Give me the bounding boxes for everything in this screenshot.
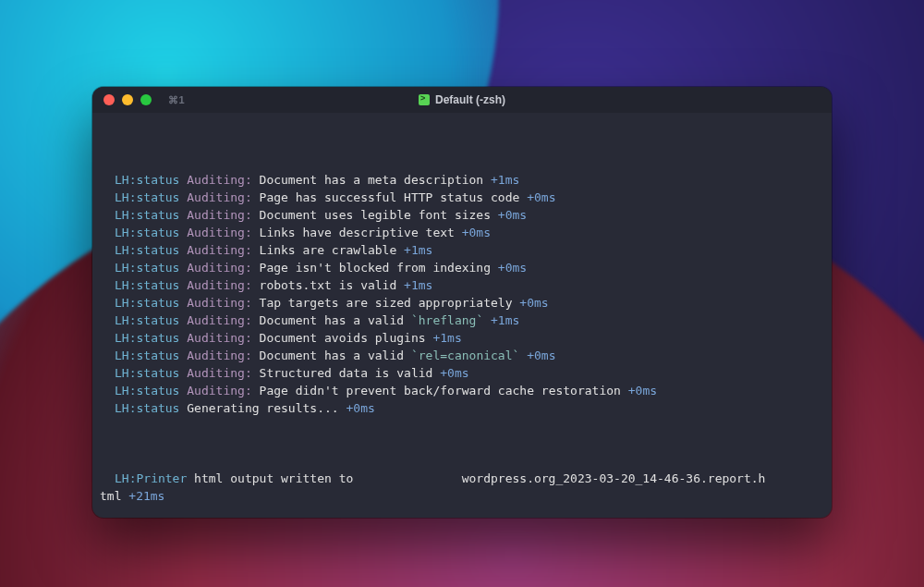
- log-message: Links are crawlable: [260, 243, 397, 257]
- audit-label: Auditing:: [187, 243, 251, 257]
- status-line: LH:status Auditing: Page has successful …: [100, 189, 824, 206]
- log-prefix: LH:status: [115, 190, 179, 204]
- status-line: LH:status Auditing: Document avoids plug…: [100, 329, 824, 347]
- printer-line-wrap: tml +21ms: [100, 487, 824, 505]
- audit-label: Auditing:: [187, 296, 251, 310]
- log-message: Generating results...: [187, 401, 338, 415]
- log-time: +0ms: [498, 208, 527, 222]
- terminal-output[interactable]: LH:status Auditing: Document has a meta …: [92, 113, 832, 518]
- log-prefix: LH:status: [115, 313, 179, 327]
- output-path-tail: tml: [100, 489, 121, 503]
- log-time: +1ms: [404, 278, 432, 292]
- audit-label: Auditing:: [187, 366, 251, 380]
- log-message: Page isn't blocked from indexing: [260, 261, 491, 275]
- status-line: LH:status Generating results... +0ms: [100, 399, 824, 417]
- status-line: LH:status Auditing: Links are crawlable …: [100, 241, 824, 259]
- window-title: Default (-zsh): [435, 93, 505, 106]
- log-time: +0ms: [498, 261, 527, 275]
- status-line: LH:status Auditing: Page didn't prevent …: [100, 382, 824, 399]
- output-path: wordpress.org_2023-03-20_14-46-36.report…: [462, 471, 766, 485]
- printer-line: LH:Printer html output written to wordpr…: [100, 470, 824, 487]
- log-prefix: LH:status: [115, 349, 179, 362]
- status-line: LH:status Auditing: Links have descripti…: [100, 224, 824, 241]
- audit-label: Auditing:: [187, 331, 251, 345]
- log-message: Document avoids plugins: [260, 331, 426, 345]
- log-prefix: LH:status: [115, 331, 179, 345]
- status-line: LH:status Auditing: Page isn't blocked f…: [100, 259, 824, 276]
- audit-label: Auditing:: [187, 173, 251, 187]
- zoom-icon[interactable]: [140, 94, 152, 105]
- status-line: LH:status Auditing: Document has a valid…: [100, 347, 824, 364]
- log-message: Document has a valid: [260, 349, 411, 362]
- log-message: Page didn't prevent back/forward cache r…: [260, 384, 621, 397]
- log-time: +0ms: [519, 296, 548, 310]
- audit-label: Auditing:: [187, 226, 251, 239]
- log-message: Document uses legible font sizes: [260, 208, 491, 222]
- log-time: +0ms: [462, 226, 491, 239]
- log-prefix: LH:Printer: [115, 471, 187, 485]
- log-prefix: LH:status: [115, 243, 179, 257]
- log-message: html output written to: [194, 471, 353, 485]
- terminal-window: ⌘1 Default (-zsh) LH:status Auditing: Do…: [92, 87, 832, 518]
- shell-icon: [419, 94, 430, 105]
- status-line: LH:status Auditing: Structured data is v…: [100, 364, 824, 382]
- log-prefix: LH:status: [115, 226, 179, 239]
- log-prefix: LH:status: [115, 401, 179, 415]
- audit-label: Auditing:: [187, 278, 251, 292]
- audit-label: Auditing:: [187, 349, 251, 362]
- status-line: LH:status Auditing: robots.txt is valid …: [100, 276, 824, 294]
- log-time: +21ms: [128, 489, 164, 503]
- log-prefix: LH:status: [115, 296, 179, 310]
- titlebar[interactable]: ⌘1 Default (-zsh): [92, 87, 832, 113]
- log-time: +0ms: [346, 401, 374, 415]
- log-message: Links have descriptive text: [260, 226, 455, 239]
- audit-label: Auditing:: [187, 261, 251, 275]
- log-message: Page has successful HTTP status code: [260, 190, 520, 204]
- log-message: Tap targets are sized appropriately: [260, 296, 513, 310]
- log-prefix: LH:status: [115, 384, 179, 397]
- code-literal: `rel=canonical`: [411, 349, 519, 362]
- minimize-icon[interactable]: [122, 94, 133, 105]
- log-prefix: LH:status: [115, 278, 179, 292]
- log-prefix: LH:status: [115, 173, 179, 187]
- close-icon[interactable]: [103, 94, 115, 105]
- audit-label: Auditing:: [187, 313, 251, 327]
- audit-label: Auditing:: [187, 208, 251, 222]
- status-line: LH:status Auditing: Tap targets are size…: [100, 294, 824, 312]
- log-time: +0ms: [527, 349, 555, 362]
- log-message: Structured data is valid: [260, 366, 433, 380]
- code-literal: `hreflang`: [411, 313, 483, 327]
- log-message: Document has a valid: [260, 313, 411, 327]
- status-line: LH:status Auditing: Document uses legibl…: [100, 206, 824, 224]
- log-time: +0ms: [440, 366, 468, 380]
- log-time: +0ms: [527, 190, 555, 204]
- window-controls: [103, 94, 152, 105]
- log-time: +1ms: [491, 173, 519, 187]
- log-time: +1ms: [404, 243, 432, 257]
- status-line: LH:status Auditing: Document has a valid…: [100, 312, 824, 329]
- audit-label: Auditing:: [187, 384, 251, 397]
- log-message: Document has a meta description: [260, 173, 484, 187]
- log-time: +1ms: [432, 331, 461, 345]
- log-prefix: LH:status: [115, 261, 179, 275]
- log-time: +1ms: [491, 313, 519, 327]
- log-prefix: LH:status: [115, 366, 179, 380]
- log-time: +0ms: [628, 384, 657, 397]
- log-message: robots.txt is valid: [260, 278, 397, 292]
- log-prefix: LH:status: [115, 208, 179, 222]
- status-line: LH:status Auditing: Document has a meta …: [100, 171, 824, 189]
- audit-label: Auditing:: [187, 190, 251, 204]
- tab-shortcut: ⌘1: [168, 94, 185, 106]
